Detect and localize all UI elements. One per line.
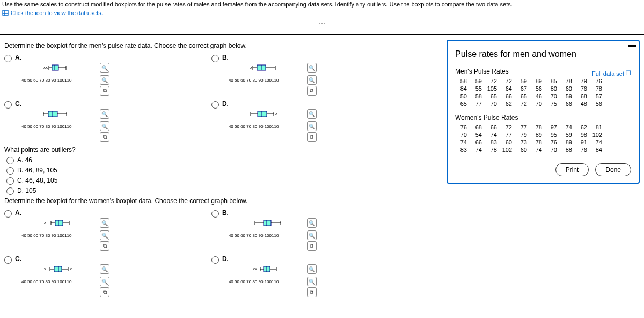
data-cell: 78 xyxy=(530,139,545,146)
data-cell: 77 xyxy=(500,131,515,139)
axis-label: 40 50 60 70 80 90 100110 xyxy=(229,124,304,129)
zoom-icon[interactable]: 🔍 xyxy=(100,75,109,85)
data-cell: 78 xyxy=(530,124,545,131)
boxplot-women-a: x xyxy=(21,216,97,229)
data-cell: 66 xyxy=(500,92,515,100)
q2-prompt: What points are outliers? xyxy=(4,146,436,154)
data-cell: 74 xyxy=(560,124,575,131)
divider xyxy=(0,34,644,35)
zoom-icon[interactable]: 🔍 xyxy=(100,121,109,131)
data-cell: 56 xyxy=(530,85,545,92)
data-cell: 65 xyxy=(515,92,530,100)
zoom-icon[interactable]: 🔍 xyxy=(100,63,109,73)
popout-icon[interactable]: ⧉ xyxy=(100,287,109,297)
full-data-link[interactable]: Full data set ❐ xyxy=(592,70,631,77)
data-cell: 72 xyxy=(500,77,515,85)
data-cell: 59 xyxy=(470,77,485,85)
axis-label: 40 50 60 70 80 90 100110 xyxy=(229,78,304,83)
zoom-icon[interactable]: 🔍 xyxy=(100,277,109,286)
q2-opt-b: B. 46, 89, 105 xyxy=(17,167,57,174)
zoom-icon[interactable]: 🔍 xyxy=(307,264,317,274)
collapse-icon[interactable] xyxy=(628,45,636,47)
zoom-icon[interactable]: 🔍 xyxy=(100,264,109,274)
q2-radio-c[interactable] xyxy=(6,177,14,185)
svg-text:x: x xyxy=(275,111,277,116)
data-cell: 76 xyxy=(590,77,605,85)
boxplot-men-c xyxy=(21,107,97,120)
q3-label-d: D. xyxy=(222,255,229,263)
svg-text:x: x xyxy=(250,65,252,70)
q3-radio-c[interactable] xyxy=(4,256,12,264)
panel-title: Pulse rates for men and women xyxy=(455,49,631,59)
data-cell: 67 xyxy=(515,85,530,92)
q3-radio-a[interactable] xyxy=(4,210,12,218)
q2-radio-b[interactable] xyxy=(6,167,14,175)
zoom-icon[interactable]: 🔍 xyxy=(307,277,317,286)
popout-icon[interactable]: ⧉ xyxy=(100,86,109,96)
data-cell: 85 xyxy=(545,77,560,85)
data-cell: 50 xyxy=(455,92,470,100)
data-cell: 102 xyxy=(590,131,605,139)
zoom-icon[interactable]: 🔍 xyxy=(100,230,109,240)
data-cell: 70 xyxy=(530,100,545,107)
q1-label-c: C. xyxy=(15,100,21,107)
data-cell: 75 xyxy=(545,100,560,107)
data-cell: 78 xyxy=(590,85,605,92)
data-cell: 80 xyxy=(545,85,560,92)
q1-radio-a[interactable] xyxy=(4,55,12,62)
q3-prompt: Determine the boxplot for the women's bo… xyxy=(4,197,436,205)
q2-opt-c: C. 46, 48, 105 xyxy=(17,177,57,184)
popout-icon[interactable]: ⧉ xyxy=(100,241,109,251)
q1-radio-d[interactable] xyxy=(211,101,219,109)
table-icon xyxy=(2,10,9,16)
data-cell: 97 xyxy=(545,124,560,131)
svg-rect-21 xyxy=(48,111,57,117)
popout-icon[interactable]: ⧉ xyxy=(307,287,317,297)
data-cell: 54 xyxy=(470,131,485,139)
q3-label-b: B. xyxy=(222,209,229,216)
q3-radio-b[interactable] xyxy=(211,210,219,218)
data-cell: 73 xyxy=(515,139,530,146)
zoom-icon[interactable]: 🔍 xyxy=(307,230,317,240)
data-cell: 58 xyxy=(455,77,470,85)
popout-icon[interactable]: ⧉ xyxy=(307,132,317,142)
svg-rect-27 xyxy=(258,111,267,117)
q2-opt-a: A. 46 xyxy=(17,156,32,164)
zoom-icon[interactable]: 🔍 xyxy=(307,63,317,73)
svg-text:x: x xyxy=(44,266,46,271)
q2-radio-a[interactable] xyxy=(6,157,14,164)
view-data-link[interactable]: Click the icon to view the data sets. xyxy=(0,9,644,17)
data-cell: 74 xyxy=(530,146,545,154)
data-cell: 76 xyxy=(575,146,590,154)
data-cell: 56 xyxy=(590,100,605,107)
done-button[interactable]: Done xyxy=(595,163,631,176)
zoom-icon[interactable]: 🔍 xyxy=(307,75,317,85)
boxplot-men-a: xx xyxy=(21,61,97,74)
data-cell: 62 xyxy=(575,124,590,131)
data-cell: 48 xyxy=(575,100,590,107)
popout-icon[interactable]: ⧉ xyxy=(307,86,317,96)
svg-rect-48 xyxy=(54,266,62,272)
data-cell: 57 xyxy=(590,92,605,100)
data-cell: 62 xyxy=(500,100,515,107)
q1-label-a: A. xyxy=(15,54,21,61)
data-cell: 46 xyxy=(530,92,545,100)
data-cell: 105 xyxy=(485,85,500,92)
zoom-icon[interactable]: 🔍 xyxy=(307,218,317,228)
zoom-icon[interactable]: 🔍 xyxy=(307,121,317,131)
popout-icon[interactable]: ⧉ xyxy=(307,241,317,251)
popout-icon[interactable]: ⧉ xyxy=(100,132,109,142)
axis-label: 40 50 60 70 80 90 100110 xyxy=(21,78,97,83)
q3-radio-d[interactable] xyxy=(211,256,219,264)
data-cell: 78 xyxy=(560,77,575,85)
print-button[interactable]: Print xyxy=(555,163,589,176)
q1-radio-b[interactable] xyxy=(211,55,219,62)
data-cell: 68 xyxy=(470,124,485,131)
q1-radio-c[interactable] xyxy=(4,101,12,109)
data-cell: 76 xyxy=(545,139,560,146)
svg-text:x: x xyxy=(70,266,72,271)
zoom-icon[interactable]: 🔍 xyxy=(100,218,109,228)
zoom-icon[interactable]: 🔍 xyxy=(100,109,109,119)
q2-radio-d[interactable] xyxy=(6,187,14,195)
zoom-icon[interactable]: 🔍 xyxy=(307,109,317,119)
